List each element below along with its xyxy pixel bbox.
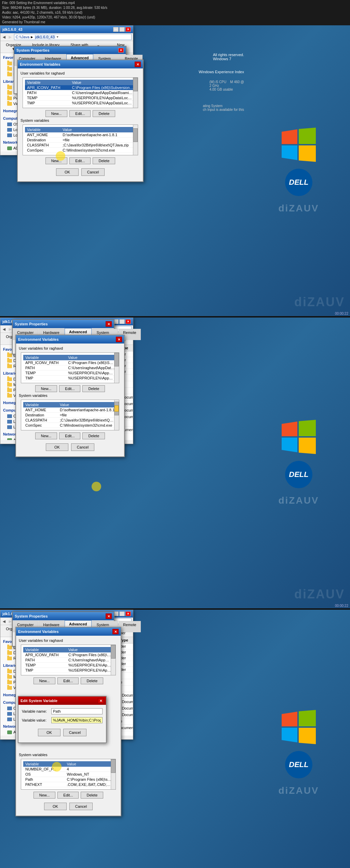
- list-item[interactable]: TMP%USERPROFILE%\AppData\Local\Temp: [23, 376, 117, 381]
- user-vars-scroll-2[interactable]: [114, 353, 119, 383]
- env-ok-btn-3[interactable]: OK: [44, 803, 67, 810]
- list-item[interactable]: PATHC:\Users\raghavd\AppData\Roaming\ca.…: [23, 365, 117, 371]
- user-new-btn-1[interactable]: New...: [45, 110, 68, 117]
- uv-scroll-3[interactable]: [111, 645, 116, 675]
- docs-folder-3: [7, 670, 12, 673]
- section-3: DELL diZAUV jdk1.6.0_43 — □ ✕ ◄ ► Comput…: [0, 610, 350, 868]
- var-name-input[interactable]: [51, 708, 103, 714]
- list-item[interactable]: ANT_HOMED:\software\ant\apache-ant-1.8.1: [23, 407, 117, 413]
- list-item[interactable]: TEMP%USERPROFILE%\AppData\Local\Temp: [23, 371, 117, 376]
- minimize-button-1[interactable]: —: [113, 27, 119, 32]
- user-vars-scrollbar[interactable]: [133, 78, 138, 108]
- back-btn-3[interactable]: ◄: [2, 619, 6, 624]
- list-item[interactable]: PATHC:\Users\raghavd\AppData\Roaming\ca.…: [23, 658, 113, 663]
- sv3-name: OS: [23, 772, 65, 777]
- sv-thumb-3[interactable]: [111, 759, 116, 773]
- uv3-name: TMP: [23, 668, 66, 673]
- edit-var-ok[interactable]: OK: [38, 729, 60, 736]
- forward-btn-1[interactable]: ►: [8, 34, 13, 40]
- s-del-btn-3[interactable]: Delete: [81, 792, 103, 799]
- s-edit-btn-3[interactable]: Edit...: [57, 792, 79, 799]
- pics-icon-2: [7, 388, 12, 392]
- sys-new-btn-1[interactable]: New...: [45, 157, 68, 164]
- list-item[interactable]: Destination=file: [25, 138, 136, 143]
- list-item[interactable]: PATHEXT.COM;.EXE;.BAT;.CMD;.VBS;.VBE;.JS…: [23, 782, 113, 787]
- close-button-2[interactable]: ✕: [125, 319, 131, 324]
- env-close-1[interactable]: ✕: [135, 62, 141, 67]
- sysprops-close-1[interactable]: ✕: [118, 48, 124, 53]
- list-item[interactable]: NUMBER_OF_P...4: [23, 767, 113, 772]
- user-vars-label-3: User variables for raghavd: [19, 638, 118, 643]
- desktop-folder-icon: [7, 62, 12, 65]
- user-edit-btn-1[interactable]: Edit...: [69, 110, 91, 117]
- list-item[interactable]: CLASSPATH;C:\Java\for32Bit\jre6\lib\ext\…: [25, 143, 136, 148]
- maximize-button-1[interactable]: □: [119, 27, 125, 32]
- sv3-name: Path: [23, 777, 65, 782]
- list-item[interactable]: ComSpecC:\Windows\system32\cmd.exe: [23, 423, 117, 428]
- sys-delete-btn-1[interactable]: Delete: [93, 157, 115, 164]
- user-delete-btn-1[interactable]: Delete: [93, 110, 115, 117]
- env-ok-btn-2[interactable]: OK: [46, 443, 68, 451]
- list-item[interactable]: Destination=file: [23, 413, 117, 418]
- list-item[interactable]: PATHC:\Users\raghavd\AppData\Roaming\ca.…: [25, 90, 136, 95]
- s-new-btn-3[interactable]: New...: [33, 792, 56, 799]
- list-item[interactable]: APR_ICONV_PATHC:\Program Files (x86)\Sub…: [23, 652, 113, 658]
- close-button-1[interactable]: ✕: [125, 27, 131, 32]
- tab-rem-3[interactable]: Remote: [119, 621, 141, 632]
- list-item[interactable]: APR_ICONV_PATHC:\Program Files (x86)\Sub…: [25, 85, 136, 90]
- music-icon: [7, 91, 12, 95]
- scroll-drag-indicator[interactable]: [115, 405, 119, 412]
- user-new-btn-2[interactable]: New...: [35, 385, 57, 392]
- list-item[interactable]: PathC:\Program Files (x86)\sbt;C:\Progra…: [23, 777, 113, 782]
- u-edit-btn-3[interactable]: Edit...: [57, 677, 79, 684]
- edit-var-titlebar: Edit System Variable ✕: [18, 697, 106, 705]
- env-close-2[interactable]: ✕: [116, 337, 122, 342]
- recent-icon-2: [7, 364, 12, 368]
- sys-vars-btns-1: New... Edit... Delete: [21, 157, 140, 164]
- env-cancel-btn-1[interactable]: Cancel: [81, 168, 105, 176]
- edit-var-cancel[interactable]: Cancel: [63, 729, 86, 736]
- u-del-btn-3[interactable]: Delete: [81, 677, 103, 684]
- experience-index-link[interactable]: Windows Experience Index: [199, 70, 244, 74]
- edit-var-close[interactable]: ✕: [98, 698, 104, 703]
- sys-vars-scroll-2[interactable]: [114, 400, 119, 430]
- sv-scroll-3[interactable]: [111, 759, 116, 789]
- list-item[interactable]: TEMP%USERPROFILE%\AppData\Local\Temp: [25, 95, 136, 101]
- address-breadcrumb-1[interactable]: C:\\Java ► jdk1.6.0_43 ▼: [14, 34, 132, 40]
- close-button-3[interactable]: ✕: [125, 611, 131, 616]
- list-item[interactable]: CLASSPATH;C:\Java\for32Bit\jre6\lib\ext\…: [23, 418, 117, 423]
- var-value: C:\Users\raghavd\AppData\Roaming\ca...: [70, 90, 136, 95]
- sys-edit-btn-1[interactable]: Edit...: [69, 157, 91, 164]
- var-value-input[interactable]: [51, 717, 103, 723]
- admin-net-3: [7, 730, 12, 734]
- maximize-button-2[interactable]: □: [119, 319, 125, 324]
- sysprops-close-2[interactable]: ✕: [106, 321, 112, 327]
- var-name-label: Variable name:: [22, 709, 49, 713]
- sysprops-close-3[interactable]: ✕: [106, 613, 112, 619]
- list-item[interactable]: ANT_HOMED:\software\ant\apache-ant-1.8.1: [25, 132, 136, 138]
- sys-vars-scrollbar[interactable]: [133, 125, 138, 155]
- user-edit-btn-2[interactable]: Edit...: [59, 385, 80, 392]
- env-cancel-btn-2[interactable]: Cancel: [71, 443, 94, 451]
- env-ok-btn-1[interactable]: OK: [56, 168, 79, 176]
- list-item[interactable]: TMP%USERPROFILE%\AppData\Local\Temp: [25, 101, 136, 106]
- u-new-btn-3[interactable]: New...: [33, 677, 56, 684]
- recent-folder-3: [7, 657, 12, 660]
- user-del-btn-2[interactable]: Delete: [82, 385, 105, 392]
- sys-edit-btn-2[interactable]: Edit...: [59, 432, 80, 439]
- svar-value: C:\Windows\system32\cmd.exe: [60, 148, 136, 153]
- sys-new-btn-2[interactable]: New...: [35, 432, 57, 439]
- uv-thumb-3[interactable]: [111, 645, 116, 659]
- info-line-5: Generated by Thumbnail me: [2, 20, 348, 25]
- back-btn-1[interactable]: ◄: [2, 34, 6, 40]
- list-item[interactable]: TEMP%USERPROFILE%\AppData\Local\Temp: [23, 663, 113, 668]
- back-btn-2[interactable]: ◄: [2, 326, 6, 332]
- list-item[interactable]: APR_ICONV_PATHC:\Program Files (x86)\Sub…: [23, 360, 117, 365]
- list-item[interactable]: ComSpecC:\Windows\system32\cmd.exe: [25, 148, 136, 153]
- list-item[interactable]: OSWindows_NT: [23, 772, 113, 777]
- sys-del-btn-2[interactable]: Delete: [82, 432, 105, 439]
- list-item[interactable]: TMP%USERPROFILE%\AppData\Local\Temp: [23, 668, 113, 673]
- maximize-button-3[interactable]: □: [119, 611, 125, 616]
- env-close-3[interactable]: ✕: [112, 629, 119, 634]
- env-cancel-btn-3[interactable]: Cancel: [69, 803, 93, 810]
